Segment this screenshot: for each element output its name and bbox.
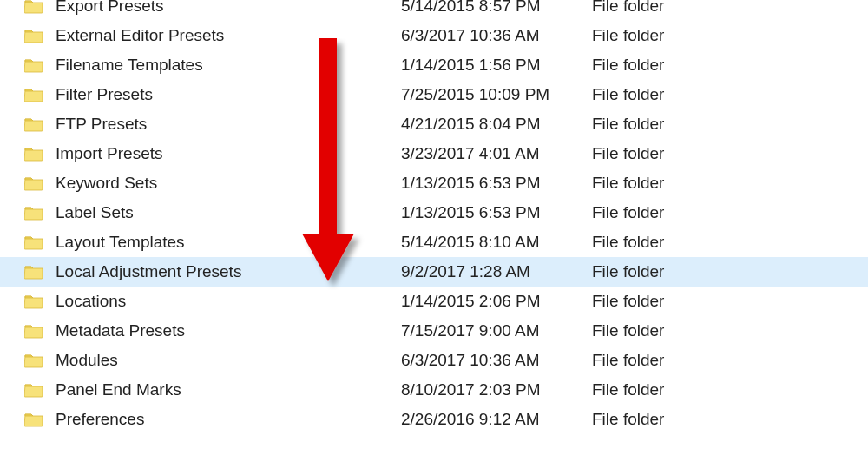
- file-name: Metadata Presets: [56, 321, 401, 340]
- file-name: Filename Templates: [56, 56, 401, 75]
- file-name: Keyword Sets: [56, 174, 401, 193]
- folder-icon: [24, 146, 43, 162]
- table-row[interactable]: Modules6/3/2017 10:36 AMFile folder: [0, 346, 868, 375]
- folder-icon: [24, 323, 43, 339]
- table-row[interactable]: Local Adjustment Presets9/2/2017 1:28 AM…: [0, 257, 868, 287]
- folder-icon: [24, 116, 43, 132]
- file-type: File folder: [592, 144, 868, 163]
- folder-icon: [24, 0, 43, 14]
- file-date: 5/14/2015 8:10 AM: [401, 233, 592, 252]
- folder-icon: [24, 353, 43, 368]
- table-row[interactable]: Locations1/14/2015 2:06 PMFile folder: [0, 287, 868, 316]
- table-row[interactable]: Preferences2/26/2016 9:12 AMFile folder: [0, 405, 868, 434]
- file-type: File folder: [592, 174, 868, 193]
- table-row[interactable]: Label Sets1/13/2015 6:53 PMFile folder: [0, 198, 868, 228]
- file-date: 8/10/2017 2:03 PM: [401, 380, 592, 399]
- file-type: File folder: [592, 56, 868, 75]
- file-date: 1/14/2015 2:06 PM: [401, 292, 592, 311]
- file-type: File folder: [592, 203, 868, 222]
- file-date: 2/26/2016 9:12 AM: [401, 410, 592, 429]
- file-date: 4/21/2015 8:04 PM: [401, 115, 592, 134]
- file-date: 1/13/2015 6:53 PM: [401, 174, 592, 193]
- folder-icon: [24, 264, 43, 280]
- file-type: File folder: [592, 292, 868, 311]
- file-date: 7/25/2015 10:09 PM: [401, 85, 592, 104]
- file-type: File folder: [592, 321, 868, 340]
- file-date: 6/3/2017 10:36 AM: [401, 351, 592, 370]
- file-name: Export Presets: [56, 0, 401, 16]
- table-row[interactable]: Metadata Presets7/15/2017 9:00 AMFile fo…: [0, 316, 868, 346]
- file-name: Layout Templates: [56, 233, 401, 252]
- file-name: Local Adjustment Presets: [56, 262, 401, 281]
- file-name: External Editor Presets: [56, 26, 401, 45]
- table-row[interactable]: Keyword Sets1/13/2015 6:53 PMFile folder: [0, 168, 868, 198]
- table-row[interactable]: FTP Presets4/21/2015 8:04 PMFile folder: [0, 109, 868, 139]
- table-row[interactable]: Panel End Marks8/10/2017 2:03 PMFile fol…: [0, 375, 868, 405]
- folder-icon: [24, 294, 43, 309]
- folder-icon: [24, 205, 43, 221]
- file-date: 9/2/2017 1:28 AM: [401, 262, 592, 281]
- folder-icon: [24, 234, 43, 250]
- file-name: Locations: [56, 292, 401, 311]
- file-date: 1/14/2015 1:56 PM: [401, 56, 592, 75]
- file-name: Filter Presets: [56, 85, 401, 104]
- file-type: File folder: [592, 233, 868, 252]
- folder-icon: [24, 28, 43, 43]
- file-date: 1/13/2015 6:53 PM: [401, 203, 592, 222]
- table-row[interactable]: Import Presets3/23/2017 4:01 AMFile fold…: [0, 139, 868, 168]
- table-row[interactable]: Filter Presets7/25/2015 10:09 PMFile fol…: [0, 80, 868, 109]
- table-row[interactable]: Export Presets5/14/2015 8:57 PMFile fold…: [0, 0, 868, 21]
- file-type: File folder: [592, 115, 868, 134]
- table-row[interactable]: Layout Templates5/14/2015 8:10 AMFile fo…: [0, 228, 868, 257]
- folder-icon: [24, 175, 43, 191]
- file-type: File folder: [592, 410, 868, 429]
- file-name: FTP Presets: [56, 115, 401, 134]
- file-type: File folder: [592, 0, 868, 16]
- file-type: File folder: [592, 380, 868, 399]
- table-row[interactable]: Filename Templates1/14/2015 1:56 PMFile …: [0, 50, 868, 80]
- folder-icon: [24, 382, 43, 398]
- file-date: 7/15/2017 9:00 AM: [401, 321, 592, 340]
- file-list[interactable]: Export Presets5/14/2015 8:57 PMFile fold…: [0, 0, 868, 434]
- folder-icon: [24, 87, 43, 102]
- file-name: Panel End Marks: [56, 380, 401, 399]
- folder-icon: [24, 412, 43, 427]
- file-type: File folder: [592, 351, 868, 370]
- file-type: File folder: [592, 85, 868, 104]
- file-name: Modules: [56, 351, 401, 370]
- table-row[interactable]: External Editor Presets6/3/2017 10:36 AM…: [0, 21, 868, 50]
- file-name: Import Presets: [56, 144, 401, 163]
- file-type: File folder: [592, 26, 868, 45]
- file-date: 3/23/2017 4:01 AM: [401, 144, 592, 163]
- folder-icon: [24, 57, 43, 73]
- file-name: Label Sets: [56, 203, 401, 222]
- file-name: Preferences: [56, 410, 401, 429]
- file-date: 6/3/2017 10:36 AM: [401, 26, 592, 45]
- file-date: 5/14/2015 8:57 PM: [401, 0, 592, 16]
- file-type: File folder: [592, 262, 868, 281]
